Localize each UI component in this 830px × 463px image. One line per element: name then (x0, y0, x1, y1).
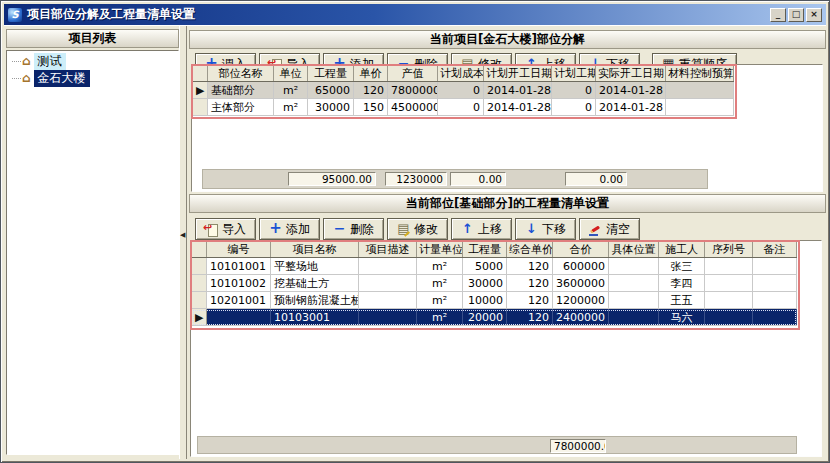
cell[interactable]: m² (274, 99, 308, 116)
cell[interactable]: 2014-01-28 (484, 82, 552, 99)
cell[interactable]: 2400000 (553, 309, 609, 326)
cell[interactable]: 20000 (463, 309, 507, 326)
column-header[interactable]: 计划工期 (552, 66, 596, 82)
column-header[interactable]: 计划成本 (438, 66, 484, 82)
column-header[interactable]: 施工人 (659, 242, 705, 258)
cell[interactable] (609, 258, 659, 275)
cell[interactable]: 2014-01-28 (596, 82, 666, 99)
add-button[interactable]: 添加 (259, 218, 320, 240)
cell[interactable]: 10201001 (207, 292, 271, 309)
cell[interactable] (359, 258, 417, 275)
cell[interactable]: 30000 (308, 99, 354, 116)
row-marker[interactable] (193, 99, 208, 116)
cell[interactable]: 张三 (659, 258, 705, 275)
cell[interactable]: 150 (354, 99, 388, 116)
cell[interactable]: 李四 (659, 275, 705, 292)
close-button[interactable]: × (806, 8, 822, 22)
minimize-button[interactable]: _ (770, 8, 786, 22)
cell[interactable] (666, 99, 734, 116)
cell[interactable]: 0 (552, 99, 596, 116)
cell[interactable] (753, 309, 797, 326)
cell[interactable]: 0 (552, 82, 596, 99)
cell[interactable]: 马六 (659, 309, 705, 326)
column-header[interactable]: 工程量 (463, 242, 507, 258)
cell[interactable]: 0 (438, 82, 484, 99)
tree-item-jinshi[interactable]: ⌂ 金石大楼 (10, 70, 178, 87)
column-header[interactable]: 项目描述 (359, 242, 417, 258)
delete-button[interactable]: 删除 (323, 218, 384, 240)
cell[interactable] (207, 309, 271, 326)
cell[interactable]: 王五 (659, 292, 705, 309)
cell[interactable] (359, 292, 417, 309)
table-row[interactable]: 主体部分 m² 30000 150 4500000 0 2014-01-28 0… (193, 99, 734, 116)
table-row[interactable]: ▶ 基础部分 m² 65000 120 7800000 0 2014-01-28… (193, 82, 734, 99)
collapse-arrow-icon[interactable]: ◀ (180, 231, 185, 239)
column-header[interactable]: 计量单位 (417, 242, 463, 258)
cell[interactable] (753, 275, 797, 292)
cell[interactable] (705, 292, 753, 309)
cell[interactable]: 1200000 (553, 292, 609, 309)
cell[interactable]: 2014-01-28 (484, 99, 552, 116)
cell[interactable]: 挖基础土方 (271, 275, 359, 292)
table-row[interactable]: 10201001 预制钢筋混凝土桩 m² 10000 120 1200000 王… (192, 292, 797, 309)
cell[interactable] (666, 82, 734, 99)
cell[interactable]: 65000 (308, 82, 354, 99)
column-header[interactable]: 具体位置 (609, 242, 659, 258)
cell[interactable]: 3600000 (553, 275, 609, 292)
cell[interactable]: 4500000 (388, 99, 438, 116)
move-up-button[interactable]: 上移 (451, 218, 512, 240)
table-row[interactable]: 10101002 挖基础土方 m² 30000 120 3600000 李四 (192, 275, 797, 292)
column-header[interactable]: 编号 (207, 242, 271, 258)
column-header[interactable]: 备注 (753, 242, 797, 258)
cell[interactable]: 10101001 (207, 258, 271, 275)
project-tree[interactable]: ⌂ 测试 ⌂ 金石大楼 (6, 50, 179, 455)
cell[interactable]: 120 (507, 309, 553, 326)
row-marker[interactable] (192, 258, 207, 275)
cell[interactable]: 120 (507, 258, 553, 275)
cell[interactable]: m² (417, 258, 463, 275)
cell[interactable]: 120 (507, 292, 553, 309)
cell[interactable] (753, 292, 797, 309)
column-header[interactable]: 序列号 (705, 242, 753, 258)
cell[interactable]: m² (417, 275, 463, 292)
row-marker[interactable]: ▶ (192, 309, 207, 326)
column-header[interactable]: 实际开工日期 (596, 66, 666, 82)
tree-item-test[interactable]: ⌂ 测试 (10, 53, 178, 70)
table-row[interactable]: 10101001 平整场地 m² 5000 120 600000 张三 (192, 258, 797, 275)
row-marker[interactable] (192, 292, 207, 309)
maximize-button[interactable]: □ (788, 8, 804, 22)
cell[interactable] (609, 309, 659, 326)
clear-button[interactable]: 清空 (579, 218, 640, 240)
column-header[interactable]: 项目名称 (271, 242, 359, 258)
row-marker[interactable]: ▶ (193, 82, 208, 99)
cell[interactable] (609, 275, 659, 292)
modify-button[interactable]: 修改 (387, 218, 448, 240)
table-row-selected[interactable]: ▶ 10103001 m² 20000 120 2400000 马六 (192, 309, 797, 326)
cell[interactable] (705, 258, 753, 275)
cell[interactable] (753, 258, 797, 275)
cell[interactable] (359, 309, 417, 326)
column-header[interactable]: 单价 (354, 66, 388, 82)
cell[interactable]: 0 (438, 99, 484, 116)
cell[interactable]: 预制钢筋混凝土桩 (271, 292, 359, 309)
move-down-button[interactable]: 下移 (515, 218, 576, 240)
column-header[interactable]: 工程量 (308, 66, 354, 82)
panel-splitter[interactable]: ◀ (179, 26, 187, 459)
cell[interactable]: m² (417, 309, 463, 326)
cell[interactable]: 基础部分 (208, 82, 274, 99)
cell[interactable]: 平整场地 (271, 258, 359, 275)
column-header[interactable]: 材料控制预算 (666, 66, 734, 82)
cell[interactable]: 120 (507, 275, 553, 292)
cell[interactable] (359, 275, 417, 292)
cell[interactable]: 600000 (553, 258, 609, 275)
cell[interactable]: 30000 (463, 275, 507, 292)
cell[interactable] (609, 292, 659, 309)
column-header[interactable]: 综合单价 (507, 242, 553, 258)
cell[interactable] (705, 309, 753, 326)
cell[interactable]: 7800000 (388, 82, 438, 99)
column-header[interactable]: 合价 (553, 242, 609, 258)
cell[interactable]: 5000 (463, 258, 507, 275)
cell[interactable]: m² (274, 82, 308, 99)
cell[interactable]: 10101002 (207, 275, 271, 292)
column-header[interactable]: 产值 (388, 66, 438, 82)
